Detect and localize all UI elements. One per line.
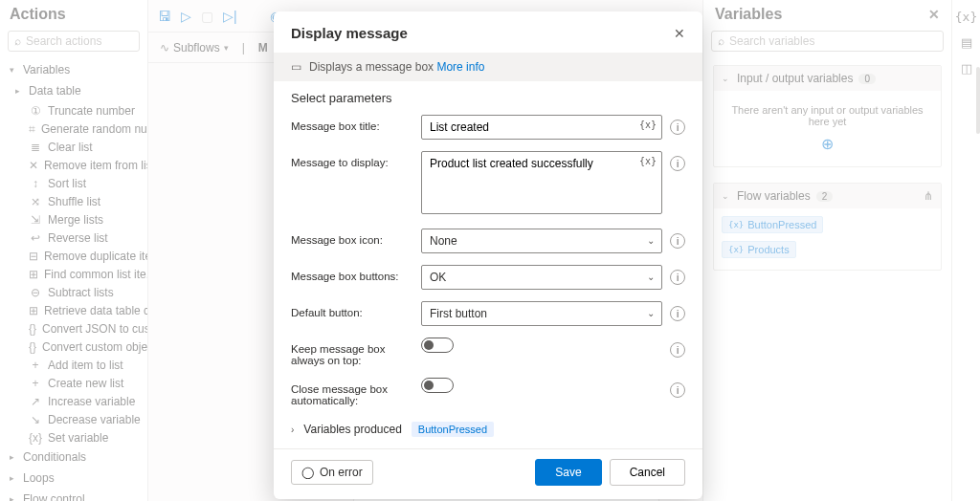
display-message-dialog: Display message ✕ ▭ Displays a message b… bbox=[274, 11, 702, 499]
dialog-description: ▭ Displays a message box More info bbox=[274, 53, 702, 81]
message-to-display-input[interactable]: Product list created successfully bbox=[421, 151, 662, 214]
default-button-select[interactable]: First button bbox=[421, 301, 662, 326]
message-icon: ▭ bbox=[291, 60, 301, 74]
info-icon[interactable]: i bbox=[670, 120, 685, 135]
auto-close-toggle[interactable] bbox=[421, 378, 454, 393]
label-message: Message to display: bbox=[291, 151, 413, 168]
save-button[interactable]: Save bbox=[535, 459, 601, 486]
label-title: Message box title: bbox=[291, 115, 413, 132]
label-buttons: Message box buttons: bbox=[291, 265, 413, 282]
message-box-buttons-select[interactable]: OK bbox=[421, 265, 662, 290]
fx-icon[interactable]: {x} bbox=[639, 120, 657, 130]
info-icon[interactable]: i bbox=[670, 342, 685, 358]
produced-variable-chip[interactable]: ButtonPressed bbox=[412, 422, 494, 437]
error-icon: ◯ bbox=[301, 466, 314, 479]
select-parameters-heading: Select parameters bbox=[291, 91, 685, 105]
info-icon[interactable]: i bbox=[670, 306, 685, 321]
dialog-title: Display message bbox=[291, 25, 408, 41]
label-autoclose: Close message box automatically: bbox=[291, 378, 413, 406]
variables-produced-row[interactable]: › Variables produced ButtonPressed bbox=[291, 418, 685, 445]
on-error-button[interactable]: ◯ On error bbox=[291, 460, 373, 485]
cancel-button[interactable]: Cancel bbox=[610, 459, 685, 486]
label-icon: Message box icon: bbox=[291, 229, 413, 246]
dialog-close-icon[interactable]: ✕ bbox=[674, 26, 685, 41]
info-icon[interactable]: i bbox=[670, 270, 685, 285]
fx-icon[interactable]: {x} bbox=[639, 156, 657, 166]
info-icon[interactable]: i bbox=[670, 156, 685, 171]
always-on-top-toggle[interactable] bbox=[421, 338, 454, 353]
info-icon[interactable]: i bbox=[670, 382, 685, 398]
message-box-title-input[interactable] bbox=[421, 115, 662, 140]
info-icon[interactable]: i bbox=[670, 233, 685, 249]
message-box-icon-select[interactable]: None bbox=[421, 229, 662, 253]
label-ontop: Keep message box always on top: bbox=[291, 338, 413, 366]
more-info-link[interactable]: More info bbox=[436, 60, 484, 74]
label-default: Default button: bbox=[291, 301, 413, 318]
